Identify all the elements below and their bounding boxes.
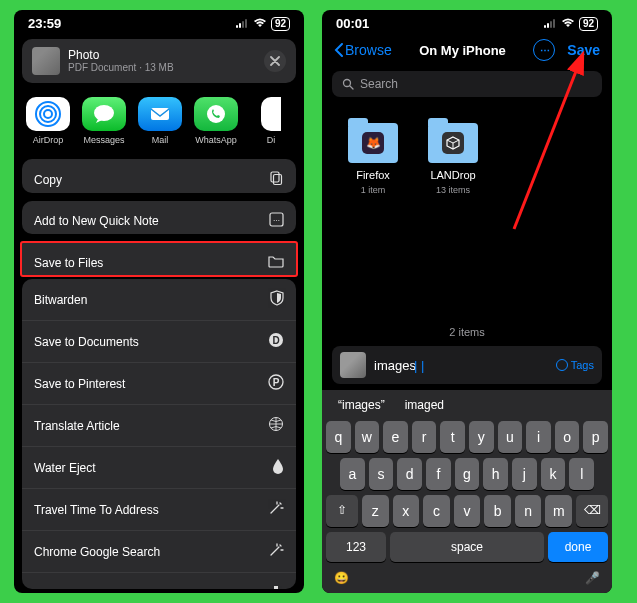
discord-app-partial[interactable]: Di — [250, 97, 292, 145]
document-subtitle: PDF Document · 13 MB — [68, 62, 256, 73]
key-w[interactable]: w — [355, 421, 380, 453]
whatsapp-app[interactable]: WhatsApp — [194, 97, 238, 145]
svg-point-1 — [40, 106, 56, 122]
airdrop-app[interactable]: AirDrop — [26, 97, 70, 145]
key-e[interactable]: e — [383, 421, 408, 453]
key-b[interactable]: b — [484, 495, 511, 527]
filename-bar: images| Tags — [332, 346, 602, 384]
wifi-icon — [253, 17, 267, 31]
key-p[interactable]: p — [583, 421, 608, 453]
key-q[interactable]: q — [326, 421, 351, 453]
status-time: 00:01 — [336, 16, 369, 31]
back-button[interactable]: Browse — [334, 42, 392, 58]
key-z[interactable]: z — [362, 495, 389, 527]
done-key[interactable]: done — [548, 532, 608, 562]
save-to-pinterest-action[interactable]: Save to Pinterest P — [22, 363, 296, 405]
more-actions-section: Bitwarden Save to Documents D Save to Pi… — [22, 279, 296, 589]
save-to-documents-action[interactable]: Save to Documents D — [22, 321, 296, 363]
save-to-files-highlight: Save to Files — [20, 241, 298, 277]
translate-article-action[interactable]: Translate Article — [22, 405, 296, 447]
save-button[interactable]: Save — [567, 42, 600, 58]
key-f[interactable]: f — [426, 458, 451, 490]
svg-point-16 — [344, 80, 351, 87]
key-m[interactable]: m — [545, 495, 572, 527]
svg-point-5 — [207, 105, 225, 123]
status-bar: 00:01 92 — [322, 10, 612, 33]
battery-indicator: 92 — [271, 17, 290, 31]
wifi-icon — [561, 17, 575, 31]
mic-key[interactable]: 🎤 — [585, 571, 600, 585]
folder-firefox[interactable]: 🦊 Firefox 1 item — [348, 123, 398, 195]
key-t[interactable]: t — [440, 421, 465, 453]
status-indicators: 92 — [236, 17, 290, 31]
svg-rect-7 — [274, 175, 282, 185]
files-nav-bar: Browse On My iPhone ⋯ Save — [322, 33, 612, 65]
quick-note-icon: ⋯ — [269, 212, 284, 230]
copy-section: Copy — [22, 159, 296, 193]
save-to-files-action[interactable]: Save to Files — [22, 243, 296, 277]
suggestion-1[interactable]: images — [338, 398, 385, 412]
add-quick-note-action[interactable]: Add to New Quick Note ⋯ — [22, 201, 296, 234]
emoji-key[interactable]: 😀 — [334, 571, 349, 585]
status-time: 23:59 — [28, 16, 61, 31]
suggestion-2[interactable]: imaged — [405, 398, 444, 412]
key-u[interactable]: u — [498, 421, 523, 453]
travel-time-action[interactable]: Travel Time To Address — [22, 489, 296, 531]
share-sheet-screenshot: 23:59 92 Photo PDF Document · 13 MB AirD… — [14, 10, 304, 593]
cellular-icon — [236, 19, 247, 28]
keyboard-footer: 😀 🎤 — [326, 567, 608, 585]
mail-app[interactable]: Mail — [138, 97, 182, 145]
key-a[interactable]: a — [340, 458, 365, 490]
key-r[interactable]: r — [412, 421, 437, 453]
numbers-key[interactable]: 123 — [326, 532, 386, 562]
document-title: Photo — [68, 49, 256, 62]
key-k[interactable]: k — [541, 458, 566, 490]
copy-action[interactable]: Copy — [22, 159, 296, 193]
options-button[interactable]: ⋯ — [533, 39, 555, 61]
delete-key[interactable]: ⌫ — [576, 495, 608, 527]
key-d[interactable]: d — [397, 458, 422, 490]
key-j[interactable]: j — [512, 458, 537, 490]
chrome-search-action[interactable]: Chrome Google Search — [22, 531, 296, 573]
water-eject-action[interactable]: Water Eject — [22, 447, 296, 489]
document-thumbnail — [32, 47, 60, 75]
svg-text:⋯: ⋯ — [273, 216, 280, 223]
key-o[interactable]: o — [555, 421, 580, 453]
wand-icon — [268, 500, 284, 519]
svg-text:P: P — [273, 377, 280, 388]
bitwarden-action[interactable]: Bitwarden — [22, 279, 296, 321]
key-h[interactable]: h — [483, 458, 508, 490]
close-button[interactable] — [264, 50, 286, 72]
key-row-4: 123 space done — [326, 532, 608, 562]
cellular-icon — [544, 19, 555, 28]
svg-point-3 — [94, 105, 114, 121]
item-count: 2 items — [322, 320, 612, 346]
key-s[interactable]: s — [369, 458, 394, 490]
folder-icon — [428, 123, 478, 163]
shift-key[interactable]: ⇧ — [326, 495, 358, 527]
key-y[interactable]: y — [469, 421, 494, 453]
key-v[interactable]: v — [454, 495, 481, 527]
combine-images-action[interactable]: Combine Images — [22, 573, 296, 589]
key-c[interactable]: c — [423, 495, 450, 527]
key-n[interactable]: n — [515, 495, 542, 527]
share-targets-row[interactable]: AirDrop Messages Mail WhatsApp Di — [14, 89, 304, 155]
shield-icon — [270, 290, 284, 309]
tags-button[interactable]: Tags — [556, 359, 594, 371]
key-row-3: ⇧ z x c v b n m ⌫ — [326, 495, 608, 527]
space-key[interactable]: space — [390, 532, 544, 562]
filename-input[interactable]: images| — [374, 358, 548, 373]
key-row-2: a s d f g h j k l — [326, 458, 608, 490]
key-i[interactable]: i — [526, 421, 551, 453]
search-field[interactable]: Search — [332, 71, 602, 97]
documents-icon: D — [268, 332, 284, 351]
pinterest-icon: P — [268, 374, 284, 393]
tag-icon — [556, 359, 568, 371]
key-x[interactable]: x — [393, 495, 420, 527]
share-item-header: Photo PDF Document · 13 MB — [22, 39, 296, 83]
svg-point-0 — [44, 110, 52, 118]
key-l[interactable]: l — [569, 458, 594, 490]
folder-landrop[interactable]: LANDrop 13 items — [428, 123, 478, 195]
key-g[interactable]: g — [455, 458, 480, 490]
messages-app[interactable]: Messages — [82, 97, 126, 145]
